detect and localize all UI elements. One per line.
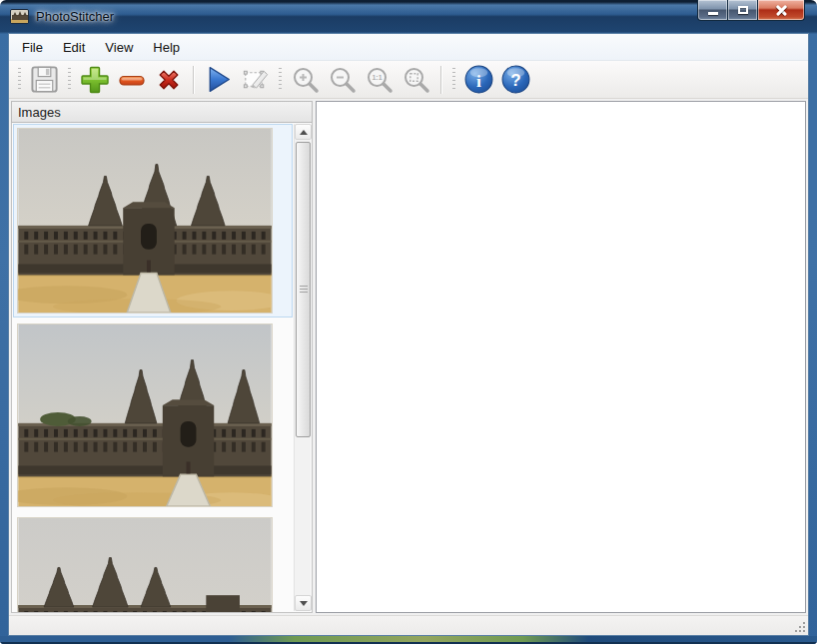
- arrow-down-icon: [300, 601, 308, 606]
- content-area: Images: [9, 99, 808, 615]
- zoom-out-button[interactable]: [324, 63, 361, 97]
- orange-minus-icon: [116, 64, 148, 96]
- remove-image-button[interactable]: [113, 63, 150, 97]
- angkor-wat-photo-2[interactable]: [13, 320, 293, 511]
- floppy-disk-icon: [29, 64, 60, 95]
- info-button[interactable]: i: [460, 63, 497, 97]
- zoom-fit-button[interactable]: [398, 63, 434, 97]
- info-icon: i: [463, 64, 494, 95]
- delete-images-button[interactable]: [150, 63, 187, 97]
- minimize-icon: [708, 12, 718, 15]
- maximize-icon: [738, 6, 748, 14]
- crop-pen-icon: [240, 64, 271, 95]
- toolbar-separator: [193, 66, 194, 94]
- close-button[interactable]: [757, 0, 805, 21]
- green-plus-icon: [79, 64, 111, 96]
- angkor-wat-photo-3[interactable]: [13, 513, 293, 612]
- zoom-fit-icon: [402, 65, 431, 95]
- toolbar: 1:1 i: [9, 61, 808, 99]
- toolbar-separator: [440, 66, 441, 94]
- images-panel: Images: [11, 101, 313, 613]
- scroll-down-button[interactable]: [295, 595, 312, 611]
- scrollbar-thumb[interactable]: [296, 142, 311, 437]
- app-icon[interactable]: [10, 9, 29, 24]
- red-x-icon: [153, 64, 185, 96]
- vertical-scrollbar[interactable]: [294, 124, 311, 611]
- menu-file[interactable]: File: [12, 36, 53, 59]
- images-panel-header: Images: [11, 101, 313, 123]
- image-list: [11, 123, 313, 613]
- maximize-button[interactable]: [728, 0, 757, 21]
- menu-help[interactable]: Help: [143, 36, 190, 59]
- svg-text:i: i: [476, 71, 481, 91]
- menu-view[interactable]: View: [95, 36, 143, 59]
- blue-play-icon: [202, 63, 235, 96]
- toolbar-gripper: [68, 68, 71, 92]
- menu-edit[interactable]: Edit: [53, 36, 95, 59]
- zoom-in-button[interactable]: [287, 63, 324, 97]
- save-button[interactable]: [26, 63, 63, 97]
- status-bar: [9, 615, 808, 635]
- help-button[interactable]: ?: [497, 63, 534, 97]
- close-icon: [775, 4, 788, 17]
- minimize-button[interactable]: [697, 0, 728, 21]
- thumbnail-list: [12, 123, 294, 612]
- zoom-1to1-icon: 1:1: [365, 65, 395, 95]
- scrollbar-grip-icon: [300, 286, 308, 294]
- menu-bar: File Edit View Help: [9, 34, 808, 61]
- window-titlebar[interactable]: PhotoStitcher: [0, 0, 817, 33]
- scroll-up-button[interactable]: [295, 124, 312, 140]
- panorama-photo-icon: [11, 10, 29, 24]
- help-icon: ?: [500, 64, 531, 95]
- toolbar-gripper: [279, 68, 282, 92]
- svg-text:?: ?: [510, 71, 520, 90]
- angkor-wat-photo-1[interactable]: [13, 124, 293, 318]
- svg-text:1:1: 1:1: [372, 74, 382, 81]
- window-controls: [697, 0, 805, 21]
- add-images-button[interactable]: [76, 63, 113, 97]
- stitch-button[interactable]: [200, 63, 237, 97]
- photostitcher-window: PhotoStitcher File Edit View Help: [0, 0, 817, 644]
- zoom-out-icon: [328, 65, 358, 95]
- toolbar-gripper: [18, 68, 21, 92]
- stitch-preview-canvas: [316, 101, 806, 613]
- zoom-in-icon: [291, 65, 321, 95]
- client-area: File Edit View Help: [8, 33, 809, 636]
- arrow-up-icon: [300, 130, 308, 135]
- window-title: PhotoStitcher: [36, 9, 114, 24]
- crop-button[interactable]: [237, 63, 274, 97]
- zoom-actual-button[interactable]: 1:1: [361, 63, 398, 97]
- toolbar-gripper: [452, 68, 455, 92]
